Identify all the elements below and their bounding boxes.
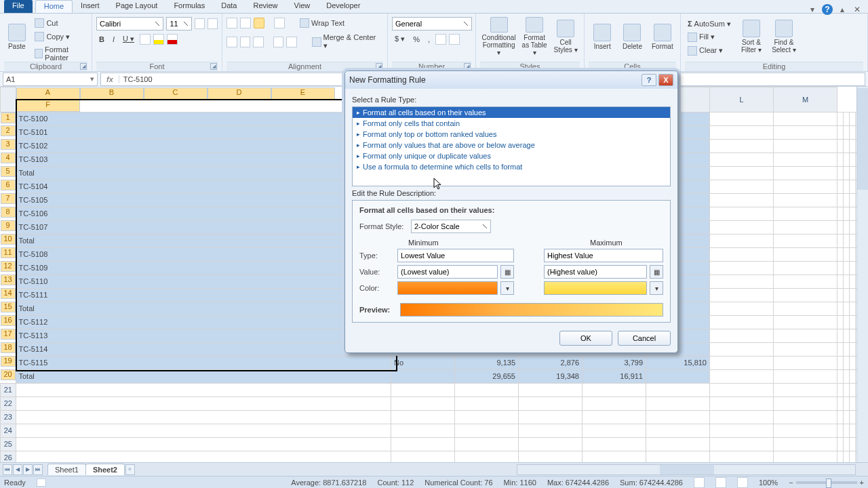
max-type-select[interactable]: Highest Value bbox=[544, 249, 663, 262]
cell[interactable] bbox=[774, 193, 837, 207]
cell[interactable] bbox=[837, 166, 844, 180]
sort-filter-button[interactable]: Sort & Filter ▾ bbox=[736, 16, 766, 58]
currency-button[interactable]: $ ▾ bbox=[392, 33, 408, 45]
tab-view[interactable]: View bbox=[286, 0, 319, 13]
cell[interactable] bbox=[837, 315, 844, 329]
cell[interactable]: TC-5104 bbox=[16, 180, 391, 193]
tab-data[interactable]: Data bbox=[213, 0, 245, 13]
cell[interactable]: Total bbox=[16, 369, 391, 383]
cell[interactable] bbox=[710, 139, 774, 152]
cell[interactable] bbox=[844, 288, 850, 302]
ok-button[interactable]: OK bbox=[559, 331, 612, 346]
row-header[interactable]: 14 bbox=[1, 288, 16, 299]
cell[interactable] bbox=[710, 261, 774, 274]
cell[interactable]: TC-5107 bbox=[16, 220, 391, 234]
cell[interactable] bbox=[850, 139, 856, 152]
cell[interactable] bbox=[774, 383, 837, 396]
rule-type-item[interactable]: Format all cells based on their values bbox=[353, 107, 670, 118]
dialog-launcher-icon[interactable]: ◢ bbox=[376, 63, 382, 70]
cell[interactable] bbox=[774, 207, 837, 220]
paste-button[interactable]: Paste bbox=[4, 16, 29, 58]
increase-indent-icon[interactable] bbox=[286, 37, 297, 47]
zoom-level[interactable]: 100% bbox=[759, 479, 778, 487]
cell[interactable] bbox=[455, 383, 519, 396]
tab-insert[interactable]: Insert bbox=[73, 0, 108, 13]
min-type-select[interactable]: Lowest Value bbox=[397, 249, 514, 262]
cell[interactable] bbox=[710, 329, 774, 342]
help-icon[interactable]: ? bbox=[822, 4, 833, 15]
cell[interactable] bbox=[837, 207, 844, 220]
cell[interactable] bbox=[710, 180, 774, 193]
cell[interactable] bbox=[519, 396, 583, 410]
cell[interactable]: TC-5111 bbox=[16, 288, 391, 302]
cell[interactable] bbox=[774, 342, 837, 356]
cell[interactable] bbox=[850, 437, 856, 451]
cell[interactable] bbox=[391, 369, 455, 383]
tab-home[interactable]: Home bbox=[35, 0, 73, 13]
bold-button[interactable]: B bbox=[96, 34, 107, 45]
cell[interactable] bbox=[710, 437, 774, 451]
format-as-table-button[interactable]: Format as Table ▾ bbox=[520, 16, 549, 58]
cell[interactable] bbox=[844, 424, 850, 437]
cell[interactable]: No bbox=[391, 356, 455, 369]
cell[interactable] bbox=[519, 424, 583, 437]
row-header[interactable]: 15 bbox=[1, 302, 16, 312]
cell[interactable] bbox=[710, 234, 774, 247]
cell[interactable] bbox=[455, 410, 519, 424]
cell[interactable] bbox=[774, 234, 837, 247]
cell[interactable]: 29,655 bbox=[455, 369, 519, 383]
row-header[interactable]: 7 bbox=[1, 193, 16, 204]
column-header[interactable]: D bbox=[208, 87, 271, 100]
rule-type-item[interactable]: Format only top or bottom ranked values bbox=[353, 129, 670, 140]
cell[interactable] bbox=[774, 356, 837, 369]
format-cells-button[interactable]: Format bbox=[649, 16, 676, 58]
autosum-button[interactable]: ΣAutoSum ▾ bbox=[685, 18, 734, 30]
range-picker-icon[interactable]: ▦ bbox=[650, 265, 663, 279]
cell[interactable] bbox=[455, 396, 519, 410]
cell[interactable] bbox=[844, 356, 850, 369]
max-value-input[interactable] bbox=[544, 265, 647, 279]
cell[interactable] bbox=[646, 369, 710, 383]
cell[interactable] bbox=[844, 329, 850, 342]
row-header[interactable]: 23 bbox=[1, 410, 16, 424]
font-size-select[interactable]: 11 bbox=[166, 17, 191, 30]
cell[interactable] bbox=[646, 424, 710, 437]
rule-type-item[interactable]: Format only unique or duplicate values bbox=[353, 150, 670, 161]
cell[interactable]: Total bbox=[16, 302, 391, 315]
row-header[interactable]: 2 bbox=[1, 125, 16, 136]
cell[interactable] bbox=[774, 437, 837, 451]
cell[interactable]: TC-5114 bbox=[16, 342, 391, 356]
cell[interactable] bbox=[774, 288, 837, 302]
range-picker-icon[interactable]: ▦ bbox=[500, 265, 514, 279]
grow-font-icon[interactable] bbox=[195, 18, 205, 29]
cell[interactable] bbox=[774, 247, 837, 261]
cell[interactable] bbox=[583, 410, 646, 424]
cell[interactable] bbox=[646, 410, 710, 424]
cell[interactable] bbox=[710, 193, 774, 207]
row-header[interactable]: 5 bbox=[1, 166, 16, 177]
cell[interactable] bbox=[16, 437, 391, 451]
cell[interactable] bbox=[774, 152, 837, 166]
cell[interactable] bbox=[519, 437, 583, 451]
cell[interactable]: TC-5102 bbox=[16, 139, 391, 152]
font-name-select[interactable]: Calibri bbox=[96, 17, 163, 30]
cell[interactable] bbox=[710, 396, 774, 410]
cell[interactable] bbox=[16, 410, 391, 424]
cell[interactable] bbox=[837, 152, 844, 166]
cell[interactable] bbox=[850, 369, 856, 383]
cell[interactable] bbox=[710, 342, 774, 356]
cell[interactable] bbox=[391, 396, 455, 410]
cell[interactable]: TC-5110 bbox=[16, 274, 391, 288]
cell[interactable]: Total bbox=[16, 234, 391, 247]
column-header[interactable]: A bbox=[16, 87, 80, 100]
cell[interactable] bbox=[774, 274, 837, 288]
wrap-text-button[interactable]: Wrap Text bbox=[297, 17, 347, 29]
cell[interactable] bbox=[850, 166, 856, 180]
rule-type-list[interactable]: Format all cells based on their values F… bbox=[352, 106, 671, 186]
cell[interactable] bbox=[844, 247, 850, 261]
cell[interactable] bbox=[837, 112, 844, 125]
cell[interactable] bbox=[844, 315, 850, 329]
cell[interactable] bbox=[774, 369, 837, 383]
cell[interactable] bbox=[710, 220, 774, 234]
cell[interactable] bbox=[837, 139, 844, 152]
